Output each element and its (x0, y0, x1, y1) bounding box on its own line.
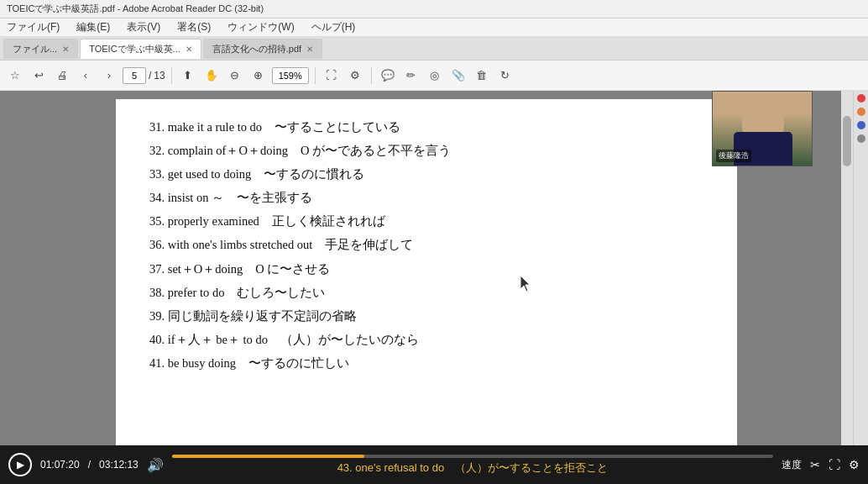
pdf-item-31: 31. make it a rule to do 〜することにしている (149, 116, 703, 138)
pdf-item-39: 39. 同じ動詞を繰り返す不定詞の省略 (149, 305, 703, 327)
pdf-item-37: 37. set＋O＋doing O に〜させる (149, 258, 703, 280)
toolbar-next-page-btn[interactable]: › (99, 66, 119, 86)
play-icon: ▶ (17, 459, 24, 471)
pdf-item-33: 33. get used to doing 〜するのに慣れる (149, 163, 703, 185)
stamp-btn[interactable]: ◎ (425, 66, 445, 86)
tab-1-label: TOEICで学ぶ中級英... (89, 43, 180, 55)
panel-dot-gray[interactable] (857, 134, 865, 143)
zoom-display (272, 67, 309, 84)
zoom-in-btn[interactable]: ⊕ (248, 66, 269, 86)
attach-btn[interactable]: 📎 (448, 66, 468, 86)
separator-1 (171, 67, 172, 84)
menu-bar: ファイル(F) 編集(E) 表示(V) 署名(S) ウィンドウ(W) ヘルプ(H… (0, 18, 868, 37)
delete-btn[interactable]: 🗑 (472, 66, 492, 86)
settings-icon[interactable]: ⚙ (849, 458, 860, 471)
vc-right-controls: 速度 ✂ ⛶ ⚙ (782, 458, 860, 472)
title-text: TOEICで学ぶ中級英語.pdf - Adobe Acrobat Reader … (7, 3, 264, 15)
page-nav: / 13 (123, 67, 165, 84)
panel-dot-blue[interactable] (857, 121, 865, 129)
volume-icon[interactable]: 🔊 (147, 457, 164, 473)
subtitle-text: 43. one's refusal to do （人）が〜することを拒否こと (172, 460, 773, 476)
progress-bar[interactable] (172, 455, 773, 458)
menu-window[interactable]: ウィンドウ(W) (224, 18, 297, 36)
tab-2-label: 言語文化への招待.pdf (212, 43, 301, 55)
tab-2-close[interactable]: ✕ (306, 45, 313, 54)
panel-dot-orange[interactable] (857, 108, 865, 116)
tab-0-close[interactable]: ✕ (62, 45, 69, 54)
current-time: 01:07:20 (40, 459, 80, 471)
right-panel (853, 91, 868, 445)
page-separator: / (149, 70, 151, 82)
pdf-area: 31. make it a rule to do 〜することにしている 32. … (0, 91, 853, 445)
comment-btn[interactable]: 💬 (378, 66, 398, 86)
fit-page-btn[interactable]: ⛶ (322, 66, 342, 86)
pdf-item-34: 34. insist on ～ 〜を主張する (149, 187, 703, 208)
tab-0-label: ファイル... (13, 43, 57, 55)
toolbar-prev-page-btn[interactable]: ‹ (76, 66, 96, 86)
toolbar-star-btn[interactable]: ☆ (5, 66, 25, 86)
progress-fill (172, 455, 364, 458)
tools-btn[interactable]: ⚙ (345, 66, 365, 86)
zoom-out-btn[interactable]: ⊖ (225, 66, 245, 86)
time-separator: / (88, 459, 91, 471)
scrollbar[interactable] (841, 91, 853, 445)
scissors-icon[interactable]: ✂ (810, 458, 820, 471)
menu-view[interactable]: 表示(V) (123, 18, 164, 36)
separator-2 (315, 67, 316, 84)
tab-2[interactable]: 言語文化への招待.pdf ✕ (203, 39, 322, 59)
tab-1[interactable]: TOEICで学ぶ中級英... ✕ (80, 39, 201, 59)
toolbar: ☆ ↩ 🖨 ‹ › / 13 ⬆ ✋ ⊖ ⊕ ⛶ ⚙ 💬 ✏ ◎ 📎 🗑 ↻ (0, 60, 868, 91)
cursor-tool-btn[interactable]: ⬆ (178, 66, 198, 86)
panel-dot-red[interactable] (857, 94, 865, 103)
play-button[interactable]: ▶ (8, 453, 32, 476)
title-bar: TOEICで学ぶ中級英語.pdf - Adobe Acrobat Reader … (0, 0, 868, 18)
pdf-page: 31. make it a rule to do 〜することにしている 32. … (116, 99, 737, 445)
main-area: 31. make it a rule to do 〜することにしている 32. … (0, 91, 868, 445)
progress-area: 43. one's refusal to do （人）が〜することを拒否こと (172, 455, 773, 476)
toolbar-print-btn[interactable]: 🖨 (52, 66, 72, 86)
menu-file[interactable]: ファイル(F) (3, 18, 63, 36)
zoom-input[interactable] (272, 67, 309, 84)
menu-sign[interactable]: 署名(S) (174, 18, 214, 36)
tab-bar: ファイル... ✕ TOEICで学ぶ中級英... ✕ 言語文化への招待.pdf … (0, 37, 868, 60)
webcam-name-label: 後藤隆浩 (716, 150, 751, 162)
toolbar-back-btn[interactable]: ↩ (29, 66, 49, 86)
pdf-item-32: 32. complain of＋O＋doing O が〜であると不平を言う (149, 139, 703, 161)
total-pages: 13 (154, 70, 165, 82)
menu-help[interactable]: ヘルプ(H) (308, 18, 359, 36)
fullscreen-icon[interactable]: ⛶ (829, 458, 840, 471)
pdf-item-35: 35. properly examined 正しく検証されれば (149, 210, 703, 232)
video-controls-bar: ▶ 01:07:20 / 03:12:13 🔊 43. one's refusa… (0, 445, 868, 484)
speed-label: 速度 (782, 458, 802, 472)
draw-btn[interactable]: ✏ (401, 66, 421, 86)
rotate-btn[interactable]: ↻ (495, 66, 515, 86)
scrollbar-thumb[interactable] (843, 116, 851, 166)
tab-0[interactable]: ファイル... ✕ (3, 39, 78, 59)
menu-edit[interactable]: 編集(E) (73, 18, 113, 36)
pdf-item-41: 41. be busy doing 〜するのに忙しい (149, 352, 703, 374)
webcam-panel: 後藤隆浩 (712, 91, 813, 166)
pdf-item-40: 40. if＋人＋ be＋ to do （人）が〜したいのなら (149, 329, 703, 350)
total-time: 03:12:13 (99, 459, 139, 471)
separator-3 (371, 67, 372, 84)
pdf-item-36: 36. with one's limbs stretched out 手足を伸ば… (149, 234, 703, 255)
page-input[interactable] (123, 67, 146, 84)
hand-tool-btn[interactable]: ✋ (201, 66, 222, 86)
pdf-item-38: 38. prefer to do むしろ〜したい (149, 281, 703, 303)
tab-1-close[interactable]: ✕ (186, 45, 192, 54)
